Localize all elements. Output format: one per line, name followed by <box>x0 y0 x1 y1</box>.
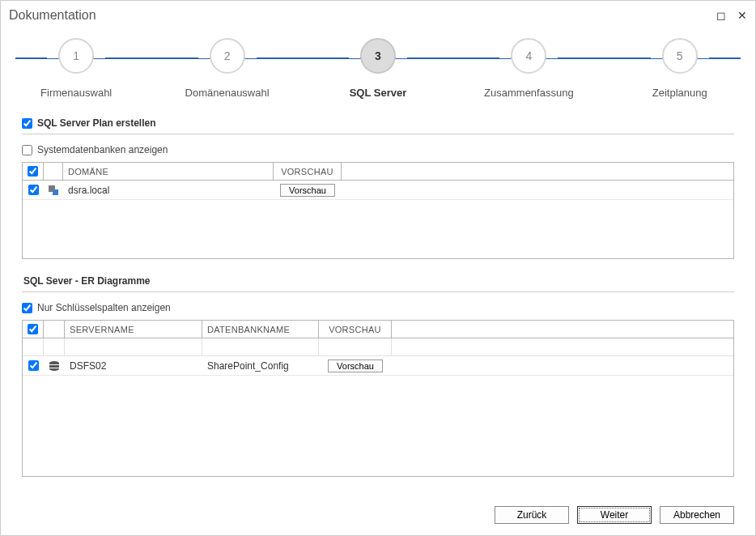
key-cols-checkbox[interactable] <box>22 303 32 313</box>
er-grid-header: SERVERNAME DATENBANKNAME VORSCHAU <box>23 321 733 338</box>
header-servername[interactable]: SERVERNAME <box>65 321 202 338</box>
domain-grid-header: DOMÄNE VORSCHAU <box>23 163 733 181</box>
step-label-1: Firmenauswahl <box>40 87 112 99</box>
database-icon <box>49 361 59 371</box>
step-domaenenauswahl[interactable]: 2 Domänenauswahl <box>155 38 300 99</box>
header-icon-col <box>44 163 63 180</box>
server-icon <box>49 185 58 195</box>
step-zeitplanung[interactable]: 5 Zeitplanung <box>607 38 753 99</box>
header-rest <box>342 163 733 180</box>
next-button[interactable]: Weiter <box>577 506 652 524</box>
create-sql-plan-label: SQL Server Plan erstellen <box>37 117 156 129</box>
step-label-4: Zusammenfassung <box>484 87 574 99</box>
create-sql-plan-checkbox[interactable] <box>22 118 32 129</box>
step-circle-3: 3 <box>360 38 396 74</box>
show-system-db-row: Systemdatenbanken anzeigen <box>22 141 734 162</box>
table-row[interactable]: dsra.local Vorschau <box>23 181 733 200</box>
wizard-stepper: 1 Firmenauswahl 2 Domänenauswahl 3 SQL S… <box>1 38 755 111</box>
select-all-er-checkbox[interactable] <box>28 324 38 334</box>
step-circle-5: 5 <box>662 38 698 74</box>
row-checkbox[interactable] <box>28 360 39 371</box>
er-grid: SERVERNAME DATENBANKNAME VORSCHAU DSFS02… <box>22 320 734 477</box>
step-circle-1: 1 <box>58 38 94 74</box>
er-grid-filter-row <box>23 338 733 356</box>
header-select-all[interactable] <box>23 163 44 180</box>
header-domain[interactable]: DOMÄNE <box>63 163 274 180</box>
header-icon-col <box>44 321 65 338</box>
dialog-footer: Zurück Weiter Abbrechen <box>1 498 755 535</box>
row-checkbox[interactable] <box>28 185 39 195</box>
step-label-5: Zeitplanung <box>652 87 707 99</box>
server-cell: DSFS02 <box>65 359 202 373</box>
back-button[interactable]: Zurück <box>495 506 569 524</box>
domain-grid: DOMÄNE VORSCHAU dsra.local Vorschau <box>22 162 734 259</box>
step-circle-2: 2 <box>210 38 245 74</box>
content-area: SQL Server Plan erstellen Systemdatenban… <box>1 111 755 498</box>
key-cols-row: Nur Schlüsselspalten anzeigen <box>22 299 734 320</box>
header-rest <box>392 321 733 338</box>
header-dbname[interactable]: DATENBANKNAME <box>202 321 319 338</box>
section-sql-plan-title: SQL Server Plan erstellen <box>22 113 734 134</box>
step-zusammenfassung[interactable]: 4 Zusammenfassung <box>456 38 601 99</box>
table-row[interactable]: DSFS02 SharePoint_Config Vorschau <box>23 356 733 376</box>
preview-button[interactable]: Vorschau <box>328 359 383 372</box>
er-grid-body: DSFS02 SharePoint_Config Vorschau <box>23 356 733 476</box>
titlebar: Dokumentation ◻ ✕ <box>1 1 755 30</box>
header-preview[interactable]: VORSCHAU <box>319 321 392 338</box>
step-label-3: SQL Server <box>350 87 407 99</box>
domain-grid-body: dsra.local Vorschau <box>23 181 733 258</box>
step-sql-server[interactable]: 3 SQL Server <box>305 38 451 99</box>
step-label-2: Domänenauswahl <box>185 87 270 99</box>
preview-button[interactable]: Vorschau <box>280 184 335 197</box>
divider <box>22 134 734 134</box>
cancel-button[interactable]: Abbrechen <box>660 506 734 524</box>
header-preview[interactable]: VORSCHAU <box>274 163 342 180</box>
step-firmenauswahl[interactable]: 1 Firmenauswahl <box>3 38 149 99</box>
db-cell: SharePoint_Config <box>202 359 319 373</box>
show-system-db-checkbox[interactable] <box>22 145 32 155</box>
filter-server[interactable] <box>65 338 202 355</box>
section-er-title: SQL Sever - ER Diagramme <box>22 270 734 291</box>
window-controls: ◻ ✕ <box>716 9 747 22</box>
key-cols-label: Nur Schlüsselspalten anzeigen <box>37 302 171 313</box>
filter-db[interactable] <box>202 338 319 355</box>
domain-cell: dsra.local <box>63 183 274 198</box>
window-title: Dokumentation <box>9 8 716 23</box>
step-circle-4: 4 <box>511 38 546 74</box>
select-all-domains-checkbox[interactable] <box>28 166 38 177</box>
dialog-window: Dokumentation ◻ ✕ 1 Firmenauswahl 2 Domä… <box>0 0 756 536</box>
close-icon[interactable]: ✕ <box>737 9 747 22</box>
show-system-db-label: Systemdatenbanken anzeigen <box>37 144 168 155</box>
maximize-icon[interactable]: ◻ <box>716 9 726 22</box>
header-select-all[interactable] <box>23 321 44 338</box>
divider <box>22 291 734 292</box>
